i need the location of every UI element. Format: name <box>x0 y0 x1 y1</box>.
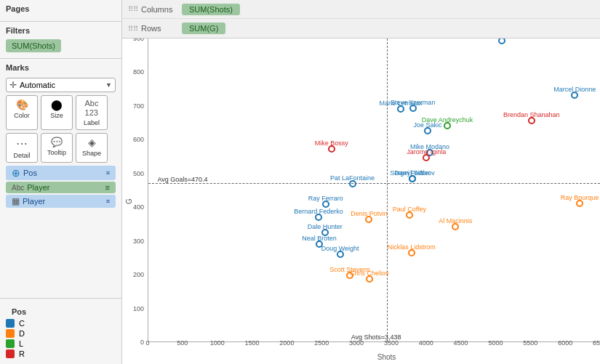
x-axis-label: 3500 <box>384 339 399 347</box>
y-axis-label: 800 <box>133 68 144 76</box>
y-axis-label: 0 <box>140 339 144 346</box>
pos-c-box <box>6 319 15 328</box>
data-label: Dale Hunter <box>308 223 343 230</box>
marks-dropdown-arrow: ▼ <box>105 81 112 89</box>
marks-section: Marks ✛ Automatic ▼ 🎨 Color ⬤ Size Abc12… <box>0 59 121 298</box>
y-axis-label: 100 <box>133 305 144 312</box>
x-axis-title: Shots <box>377 353 396 361</box>
marks-title: Marks <box>0 59 121 75</box>
pos-d-label: D <box>19 329 25 338</box>
chart-plot: Avg Goals=470.4Avg Shots=3,438Wayne Gret… <box>148 39 600 342</box>
player-grid-icon: ▦ <box>12 196 20 206</box>
left-panel: Pages Filters SUM(Shots) Marks ✛ Automat… <box>0 0 122 364</box>
rows-dots: ⠿⠿ <box>128 25 138 33</box>
pos-pill[interactable]: ⊕ Pos ≡ <box>6 166 116 180</box>
tooltip-label: Tooltip <box>47 149 66 156</box>
x-axis-label: 6000 <box>558 339 572 347</box>
columns-label: Columns <box>141 5 172 14</box>
data-label: Al Macinnis <box>439 217 472 225</box>
data-label: Pat LaFontaine <box>330 174 375 182</box>
detail-button[interactable]: ⋯ Detail <box>6 133 38 163</box>
tooltip-icon: 💬 <box>51 137 63 147</box>
detail-label: Detail <box>13 152 30 159</box>
x-axis: 0500100015002000250030003500400045005000… <box>148 339 600 351</box>
y-axis-label: 600 <box>133 136 144 143</box>
x-axis-label: 1000 <box>210 339 225 347</box>
data-label: Joe Sakic <box>414 121 442 129</box>
x-axis-label: 5000 <box>488 339 503 347</box>
filters-title: Filters <box>0 22 121 38</box>
columns-dots: ⠿⠿ <box>128 5 138 13</box>
data-label: Mike Bossy <box>315 139 348 147</box>
data-point[interactable] <box>498 39 505 44</box>
pos-d-box <box>6 329 15 338</box>
data-label: Brendan Shanahan <box>503 111 560 118</box>
data-label: Nicklas Lidstrom <box>388 243 436 251</box>
shape-label: Shape <box>82 150 101 157</box>
tooltip-button[interactable]: 💬 Tooltip <box>41 133 73 163</box>
filter-pill-shots[interactable]: SUM(Shots) <box>6 39 61 52</box>
pos-l-label: L <box>19 339 23 348</box>
pos-l-box <box>6 339 15 348</box>
marks-dropdown-label: Automatic <box>20 81 55 89</box>
rows-pill[interactable]: SUM(G) <box>182 23 225 34</box>
x-axis-label: 4500 <box>454 339 468 347</box>
label-label: Label <box>84 119 100 126</box>
x-axis-label: 3000 <box>349 339 364 347</box>
pos-r-label: R <box>19 349 25 358</box>
pos-pill-icon: ⊕ <box>12 167 20 179</box>
player-abc-icon: Abc <box>12 184 24 192</box>
rows-label: Rows <box>141 24 161 33</box>
color-label: Color <box>14 112 30 119</box>
columns-shelf: ⠿⠿ Columns SUM(Shots) <box>122 0 600 19</box>
shape-button[interactable]: ◈ Shape <box>76 133 108 163</box>
pos-pill-menu: ≡ <box>106 169 110 177</box>
x-axis-label: 2000 <box>279 339 294 347</box>
shape-icon: ◈ <box>88 137 96 148</box>
y-axis-label: 700 <box>133 102 144 110</box>
y-axis-label: 300 <box>133 238 144 245</box>
data-label: Denis Potvin <box>351 210 388 217</box>
detail-icon: ⋯ <box>16 137 28 150</box>
pos-legend-section: Pos C D L R <box>0 298 121 364</box>
pos-l: L <box>6 339 116 348</box>
data-label: Darryl Sittler <box>394 169 431 177</box>
filters-section: Filters SUM(Shots) <box>0 22 121 59</box>
color-button[interactable]: 🎨 Color <box>6 95 38 130</box>
pos-c: C <box>6 319 116 328</box>
data-label: Chris Chelios <box>350 270 389 277</box>
pos-r: R <box>6 349 116 358</box>
x-axis-label: 6500 <box>593 339 600 347</box>
data-label: Marcel Dionne <box>553 86 596 93</box>
player-grid-label: Player <box>23 197 45 206</box>
player-grid-pill[interactable]: ▦ Player ≡ <box>6 195 116 208</box>
size-icon: ⬤ <box>51 99 63 110</box>
player-grid-menu: ≡ <box>106 198 110 205</box>
player-abc-pill[interactable]: Abc Player ≡ <box>6 182 116 193</box>
pos-r-box <box>6 349 15 358</box>
size-label: Size <box>50 112 63 119</box>
columns-pill[interactable]: SUM(Shots) <box>182 4 240 15</box>
marks-plus-icon: ✛ <box>9 80 17 90</box>
size-button[interactable]: ⬤ Size <box>41 95 73 130</box>
y-axis-label: 500 <box>133 170 144 177</box>
columns-label-area: ⠿⠿ Columns <box>128 5 179 14</box>
pos-d: D <box>6 329 116 338</box>
pos-legend-title: Pos <box>6 303 116 319</box>
pages-section: Pages <box>0 0 121 22</box>
y-axis-label: 900 <box>133 39 144 42</box>
rows-label-area: ⠿⠿ Rows <box>128 24 179 33</box>
y-axis-label: 400 <box>133 203 144 211</box>
data-label: Paul Coffey <box>393 206 426 213</box>
player-abc-label: Player <box>27 183 49 192</box>
x-axis-label: 2500 <box>314 339 329 347</box>
ref-line-horizontal <box>148 183 600 184</box>
ref-label-horizontal: Avg Goals=470.4 <box>157 176 207 183</box>
data-label: Neal Broten <box>302 235 337 242</box>
x-axis-label: 500 <box>177 339 188 347</box>
label-button[interactable]: Abc123 Label <box>76 95 108 130</box>
shelves: ⠿⠿ Columns SUM(Shots) ⠿⠿ Rows SUM(G) <box>122 0 600 39</box>
x-axis-label: 4000 <box>419 339 433 347</box>
data-label: Ray Bourque <box>561 194 599 201</box>
marks-type-dropdown[interactable]: ✛ Automatic ▼ <box>6 78 116 92</box>
